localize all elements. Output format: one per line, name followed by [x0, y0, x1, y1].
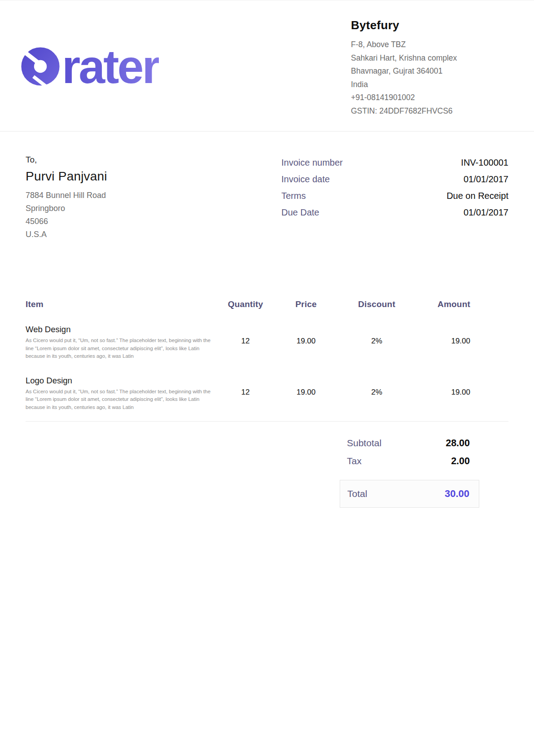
item-discount: 2% [337, 376, 416, 412]
terms-label: Terms [281, 191, 306, 201]
bill-to-label: To, [26, 155, 107, 165]
subtotal-value: 28.00 [446, 438, 470, 449]
company-address-line: India [351, 78, 503, 92]
item-quantity: 12 [216, 376, 275, 412]
due-date-label: Due Date [281, 207, 320, 218]
tax-value: 2.00 [451, 456, 470, 467]
item-quantity: 12 [216, 325, 275, 360]
total-box: Total 30.00 [340, 480, 479, 508]
company-gstin: GSTIN: 24DDF7682FHVCS6 [351, 105, 503, 118]
invoice-date-value: 01/01/2017 [464, 174, 508, 185]
company-address-line: Sahkari Hart, Krishna complex [351, 52, 503, 65]
customer-name: Purvi Panjvani [26, 169, 107, 184]
invoice-body: To, Purvi Panjvani 7884 Bunnel Hill Road… [0, 155, 534, 508]
table-bottom-divider [26, 421, 508, 422]
customer-address-line: Springboro [26, 202, 107, 215]
meta-row-due-date: Due Date 01/01/2017 [281, 207, 508, 218]
company-block: Bytefury F-8, Above TBZ Sahkari Hart, Kr… [351, 18, 503, 118]
invoice-page: { "logo": { "text": "rater", "brand_colo… [0, 0, 534, 756]
company-phone: +91-08141901002 [351, 91, 503, 105]
items-table: Item Quantity Price Discount Amount Web … [26, 299, 508, 422]
tax-label: Tax [347, 456, 362, 466]
customer-address-line: 7884 Bunnel Hill Road [26, 189, 107, 202]
column-header-price: Price [275, 299, 337, 309]
terms-value: Due on Receipt [446, 191, 508, 201]
crater-logo-text: rater [62, 47, 159, 86]
meta-row-invoice-date: Invoice date 01/01/2017 [281, 174, 508, 185]
item-name: Web Design [26, 325, 216, 334]
invoice-date-label: Invoice date [281, 174, 330, 185]
item-description: As Cicero would put it, “Um, not so fast… [26, 388, 214, 412]
invoice-number-value: INV-100001 [461, 158, 508, 168]
item-cell: Logo Design As Cicero would put it, “Um,… [26, 376, 216, 412]
total-label: Total [347, 488, 367, 499]
due-date-value: 01/01/2017 [464, 207, 508, 218]
crater-logo: rater [21, 35, 159, 86]
meta-row-invoice-number: Invoice number INV-100001 [281, 158, 508, 168]
item-discount: 2% [337, 325, 416, 360]
company-address-line: Bhavnagar, Gujrat 364001 [351, 65, 503, 78]
item-amount: 19.00 [416, 325, 508, 360]
invoice-meta-block: Invoice number INV-100001 Invoice date 0… [281, 158, 508, 241]
item-price: 19.00 [275, 325, 337, 360]
parties-section: To, Purvi Panjvani 7884 Bunnel Hill Road… [26, 155, 508, 241]
meta-row-terms: Terms Due on Receipt [281, 191, 508, 201]
company-name: Bytefury [351, 18, 503, 32]
bill-to-block: To, Purvi Panjvani 7884 Bunnel Hill Road… [26, 155, 107, 241]
invoice-header: rater Bytefury F-8, Above TBZ Sahkari Ha… [0, 0, 534, 132]
item-amount: 19.00 [416, 376, 508, 412]
crater-c-icon [21, 47, 60, 86]
column-header-amount: Amount [416, 299, 508, 309]
column-header-item: Item [26, 299, 216, 309]
table-row: Web Design As Cicero would put it, “Um, … [26, 325, 508, 360]
invoice-number-label: Invoice number [281, 158, 343, 168]
customer-address-line: 45066 [26, 215, 107, 228]
customer-address-line: U.S.A [26, 228, 107, 241]
column-header-quantity: Quantity [216, 299, 275, 309]
total-value: 30.00 [445, 488, 469, 500]
item-description: As Cicero would put it, “Um, not so fast… [26, 337, 214, 360]
item-cell: Web Design As Cicero would put it, “Um, … [26, 325, 216, 360]
table-row: Logo Design As Cicero would put it, “Um,… [26, 376, 508, 412]
totals-section: Subtotal 28.00 Tax 2.00 Total 30.00 [26, 438, 508, 508]
items-table-header: Item Quantity Price Discount Amount [26, 299, 508, 309]
tax-row: Tax 2.00 [340, 456, 479, 467]
item-name: Logo Design [26, 376, 216, 386]
item-price: 19.00 [275, 376, 337, 412]
subtotal-row: Subtotal 28.00 [340, 438, 479, 449]
column-header-discount: Discount [337, 299, 416, 309]
subtotal-label: Subtotal [347, 438, 381, 448]
company-address-line: F-8, Above TBZ [351, 38, 503, 52]
